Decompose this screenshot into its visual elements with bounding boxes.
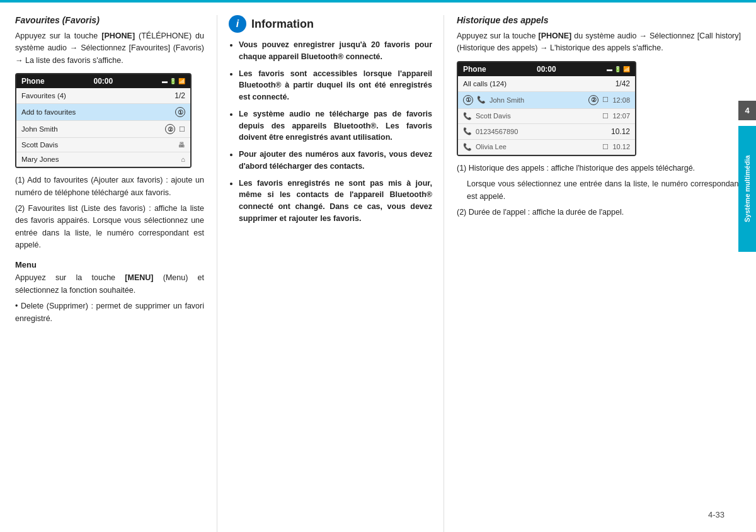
- info-title: Information: [251, 18, 314, 31]
- phone1-label: Phone: [21, 77, 45, 86]
- phone1-header: Phone 00:00 ▬ 🔋 📶: [16, 74, 190, 88]
- phone2-header: Phone 00:00 ▬ 🔋 📶: [458, 62, 635, 76]
- phone-screen-2: Phone 00:00 ▬ 🔋 📶 All calls (124) 1/42 ①…: [457, 61, 636, 156]
- right-paragraph1: Appuyez sur la touche [PHONE] du système…: [457, 30, 741, 55]
- phone2-row4: 📞 01234567890 10.12: [458, 124, 635, 140]
- phone1-icon-square: ☐: [179, 125, 185, 133]
- info-bullets-list: Vous pouvez enregistrer jusqu'à 20 favor…: [229, 39, 432, 225]
- info-bullet-1: Vous pouvez enregistrer jusqu'à 20 favor…: [239, 39, 432, 63]
- phone2-johnsmith: John Smith: [490, 96, 524, 104]
- phone1-badge2: ②: [165, 124, 175, 134]
- phone2-square3: ☐: [602, 143, 609, 151]
- phone2-time: 00:00: [537, 65, 556, 74]
- menu-text: Appuyez sur la touche [MENU] (Menu) et s…: [15, 272, 204, 297]
- phone1-add-label: Add to favourites: [21, 108, 76, 116]
- right-note2: (2) Durée de l'appel : affiche la durée …: [457, 207, 741, 218]
- phone1-johnsmith: John Smith: [21, 125, 58, 133]
- phone1-row5: Mary Jones ⌂: [16, 152, 190, 167]
- phone1-maryjones: Mary Jones: [21, 156, 59, 163]
- phone-screen-1: Phone 00:00 ▬ 🔋 📶 Favourites (4) 1/2 Add…: [15, 73, 192, 168]
- phone1-page: 1/2: [175, 91, 185, 100]
- phone2-square-icon: ☐: [602, 96, 609, 104]
- phone1-home-icon: ⌂: [181, 156, 185, 163]
- info-bullet-4: Pour ajouter des numéros aux favoris, vo…: [239, 149, 432, 173]
- phone1-scottdavis: Scott Davis: [21, 141, 58, 149]
- phone2-scottdavis: Scott Davis: [476, 112, 511, 120]
- phone1-body: Favourites (4) 1/2 Add to favourites ① J…: [16, 88, 190, 167]
- phone1-printer-icon: 🖶: [178, 141, 185, 149]
- phone2-call-icon4: 📞: [463, 143, 472, 151]
- note2: (2) Favourites list (Liste des favoris) …: [15, 203, 204, 252]
- left-section-title: Favourites (Favoris): [15, 15, 204, 25]
- phone1-time: 00:00: [93, 77, 113, 86]
- phone1-icons: ▬ 🔋 📶: [162, 78, 185, 84]
- phone2-square2: ☐: [602, 112, 609, 120]
- phone2-body: All calls (124) 1/42 ① 📞 John Smith ② ☐ …: [458, 76, 635, 155]
- phone2-row5: 📞 Olivia Lee ☐ 10.12: [458, 140, 635, 155]
- right-note1b: Lorsque vous sélectionnez une entrée dan…: [467, 178, 741, 203]
- page-content: Favourites (Favoris) Appuyez sur la touc…: [0, 3, 756, 532]
- phone2-olivialee: Olivia Lee: [476, 143, 507, 150]
- phone2-badge2: ②: [588, 95, 598, 105]
- right-section-title: Historique des appels: [457, 15, 741, 25]
- phone2-number: 01234567890: [476, 128, 518, 135]
- phone1-favourites-label: Favourites (4): [21, 92, 66, 99]
- left-column: Favourites (Favoris) Appuyez sur la touc…: [15, 15, 217, 532]
- phone1-badge1: ①: [175, 107, 185, 117]
- phone1-row3: John Smith ② ☐: [16, 121, 190, 138]
- right-note1a: (1) Historique des appels : affiche l'hi…: [457, 162, 741, 174]
- phone2-call-icon3: 📞: [463, 127, 472, 135]
- menu-bullet1: • Delete (Supprimer) : permet de supprim…: [15, 300, 204, 325]
- side-tab: Système multimédia: [738, 126, 756, 252]
- phone2-label: Phone: [463, 65, 486, 74]
- phone2-row2: ① 📞 John Smith ② ☐ 12:08: [458, 92, 635, 109]
- phone2-time3: 10.12: [611, 127, 630, 136]
- info-bullet-3: Le système audio ne télécharge pas de fa…: [239, 108, 432, 144]
- phone1-row4: Scott Davis 🖶: [16, 138, 190, 152]
- phone2-badge1: ①: [463, 95, 473, 105]
- phone2-time1: 12:08: [612, 96, 630, 104]
- chapter-number: 4: [738, 101, 756, 120]
- phone2-icons: ▬ 🔋 📶: [607, 66, 630, 72]
- info-box-header: i Information: [229, 15, 432, 33]
- phone2-row1: All calls (124) 1/42: [458, 76, 635, 92]
- middle-column: i Information Vous pouvez enregistrer ju…: [217, 15, 444, 532]
- info-bullet-5: Les favoris enregistrés ne sont pas mis …: [239, 178, 432, 225]
- menu-title: Menu: [15, 260, 204, 269]
- phone2-call-icon1: 📞: [477, 96, 486, 104]
- left-paragraph1: Appuyez sur la touche [PHONE] (TÉLÉPHONE…: [15, 30, 204, 67]
- phone2-time2: 12:07: [612, 112, 630, 120]
- phone2-allcalls: All calls (124): [463, 80, 507, 88]
- page-number: 4-33: [708, 510, 724, 519]
- info-bullet-2: Les favoris sont accessibles lorsque l'a…: [239, 68, 432, 103]
- phone1-row2: Add to favourites ①: [16, 104, 190, 121]
- phone2-row3: 📞 Scott Davis ☐ 12:07: [458, 109, 635, 124]
- phone2-call-icon2: 📞: [463, 112, 472, 120]
- phone2-time4: 10.12: [612, 143, 630, 150]
- info-icon: i: [229, 15, 246, 33]
- phone1-row1: Favourites (4) 1/2: [16, 88, 190, 104]
- right-column: Historique des appels Appuyez sur la tou…: [444, 15, 741, 532]
- side-tab-text: Système multimédia: [743, 156, 751, 222]
- phone2-page: 1/42: [616, 79, 630, 88]
- note1: (1) Add to favourites (Ajouter aux favor…: [15, 174, 204, 199]
